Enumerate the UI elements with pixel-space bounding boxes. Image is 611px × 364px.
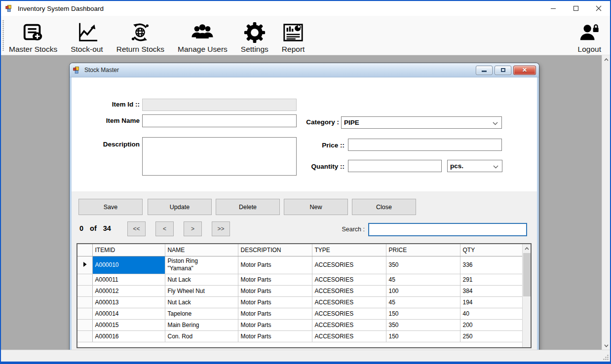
cell-price[interactable]: 150 (386, 308, 460, 319)
cell-type[interactable]: ACCESORIES (312, 319, 386, 330)
cell-type[interactable]: ACCESORIES (312, 285, 386, 296)
cell-type[interactable]: ACCESORIES (312, 296, 386, 308)
cell-description[interactable]: Motor Parts (238, 330, 312, 342)
column-header-price[interactable]: PRICE (386, 244, 460, 256)
first-record-button[interactable]: << (127, 221, 146, 236)
column-header-type[interactable]: TYPE (312, 244, 386, 256)
cell-description[interactable]: Motor Parts (238, 296, 312, 308)
cell-description[interactable]: Motor Parts (238, 256, 312, 274)
cell-qty[interactable]: 384 (460, 285, 524, 296)
cell-name[interactable]: Fly Wheel Nut (165, 285, 238, 296)
table-row[interactable]: A000010 Piston Ring "Yamana" Motor Parts… (77, 256, 524, 274)
cell-name[interactable]: Con. Rod (165, 330, 238, 342)
category-value: PIPE (342, 119, 359, 126)
cell-type[interactable]: ACCESORIES (312, 330, 386, 342)
price-field[interactable] (348, 139, 502, 151)
cell-description[interactable]: Motor Parts (238, 274, 312, 285)
cell-qty[interactable]: 291 (460, 274, 524, 285)
mdi-vertical-scrollbar[interactable] (602, 55, 610, 350)
toolbar-item-manage-users[interactable]: Manage Users (178, 18, 228, 54)
toolbar-label: Master Stocks (9, 45, 57, 54)
column-header-name[interactable]: NAME (165, 244, 238, 256)
cell-price[interactable]: 100 (386, 285, 460, 296)
close-button[interactable]: Close (352, 199, 416, 215)
child-close-button[interactable]: ✕ (513, 66, 536, 75)
cell-price[interactable]: 45 (386, 296, 460, 308)
prev-record-button[interactable]: < (155, 221, 174, 236)
column-header-itemid[interactable]: ITEMID (92, 244, 165, 256)
close-button[interactable] (587, 1, 610, 16)
category-combobox[interactable]: PIPE (341, 116, 502, 129)
update-button[interactable]: Update (148, 199, 212, 215)
column-header-qty[interactable]: QTY (460, 244, 524, 256)
cell-price[interactable]: 150 (386, 330, 460, 342)
grid-vertical-scrollbar[interactable] (522, 244, 531, 347)
toolbar-item-stock-out[interactable]: Stock-out (71, 18, 103, 54)
toolbar-item-return-stocks[interactable]: Return Stocks (116, 18, 164, 54)
cell-itemid[interactable]: A000012 (92, 285, 165, 296)
toolbar-grip[interactable] (2, 20, 4, 51)
table-row[interactable]: A000016 Con. Rod Motor Parts ACCESORIES … (77, 330, 524, 342)
cell-name[interactable]: Piston Ring "Yamana" (165, 256, 238, 274)
table-row[interactable]: A000015 Main Bering Motor Parts ACCESORI… (77, 319, 524, 330)
new-button[interactable]: New (284, 199, 348, 215)
scroll-down-icon[interactable] (602, 341, 610, 350)
child-minimize-button[interactable] (476, 66, 493, 75)
table-row[interactable]: A000011 Nut Lack Motor Parts ACCESORIES … (77, 274, 524, 285)
cell-itemid[interactable]: A000016 (92, 330, 165, 342)
table-row[interactable]: A000013 Nut Lack Motor Parts ACCESORIES … (77, 296, 524, 308)
scrollbar-thumb[interactable] (523, 253, 531, 296)
cell-name[interactable]: Nut Lack (165, 296, 238, 308)
cell-qty[interactable]: 40 (460, 308, 524, 319)
unit-combobox[interactable]: pcs. (447, 160, 502, 172)
close-icon: ✕ (522, 67, 527, 73)
toolbar-item-report[interactable]: Report (282, 18, 305, 54)
child-maximize-button[interactable] (495, 66, 511, 75)
cell-itemid[interactable]: A000013 (92, 296, 165, 308)
cell-name[interactable]: Main Bering (165, 319, 238, 330)
next-record-button[interactable]: > (184, 221, 202, 236)
cell-description[interactable]: Motor Parts (238, 308, 312, 319)
cell-itemid[interactable]: A000014 (92, 308, 165, 319)
cell-price[interactable]: 350 (386, 319, 460, 330)
cell-itemid[interactable]: A000011 (92, 274, 165, 285)
cell-qty[interactable]: 200 (460, 319, 524, 330)
cell-description[interactable]: Motor Parts (238, 319, 312, 330)
cell-type[interactable]: ACCESORIES (312, 308, 386, 319)
item-name-field[interactable] (142, 114, 297, 127)
last-record-button[interactable]: >> (212, 221, 230, 236)
description-field[interactable] (142, 137, 297, 176)
globe-sync-icon (129, 21, 152, 44)
resize-grip-icon[interactable] (603, 354, 609, 361)
line-chart-icon (76, 21, 98, 44)
toolbar-item-master-stocks[interactable]: Master Stocks (9, 18, 57, 54)
toolbar-item-logout[interactable]: Logout (578, 18, 601, 54)
app-icon (5, 4, 13, 12)
column-header-description[interactable]: DESCRIPTION (238, 244, 312, 256)
quantity-field[interactable] (348, 160, 442, 172)
cell-qty[interactable]: 250 (460, 330, 524, 342)
delete-button[interactable]: Delete (216, 199, 280, 215)
toolbar-item-settings[interactable]: Settings (241, 18, 268, 54)
scroll-up-icon[interactable] (602, 55, 610, 64)
cell-name[interactable]: Tapelone (165, 308, 238, 319)
row-header-column (77, 244, 92, 256)
cell-itemid[interactable]: A000010 (92, 256, 165, 274)
cell-itemid[interactable]: A000015 (92, 319, 165, 330)
cell-price[interactable]: 45 (386, 274, 460, 285)
cell-qty[interactable]: 336 (460, 256, 524, 274)
search-input[interactable] (368, 223, 527, 236)
users-group-icon (191, 21, 214, 44)
scroll-up-icon[interactable] (523, 244, 531, 253)
table-row[interactable]: A000014 Tapelone Motor Parts ACCESORIES … (77, 308, 524, 319)
cell-description[interactable]: Motor Parts (238, 285, 312, 296)
cell-type[interactable]: ACCESORIES (312, 256, 386, 274)
cell-qty[interactable]: 194 (460, 296, 524, 308)
table-row[interactable]: A000012 Fly Wheel Nut Motor Parts ACCESO… (77, 285, 524, 296)
minimize-button[interactable] (542, 1, 565, 16)
maximize-button[interactable] (565, 1, 587, 16)
cell-price[interactable]: 350 (386, 256, 460, 274)
cell-type[interactable]: ACCESORIES (312, 274, 386, 285)
save-button[interactable]: Save (78, 199, 143, 215)
cell-name[interactable]: Nut Lack (165, 274, 238, 285)
